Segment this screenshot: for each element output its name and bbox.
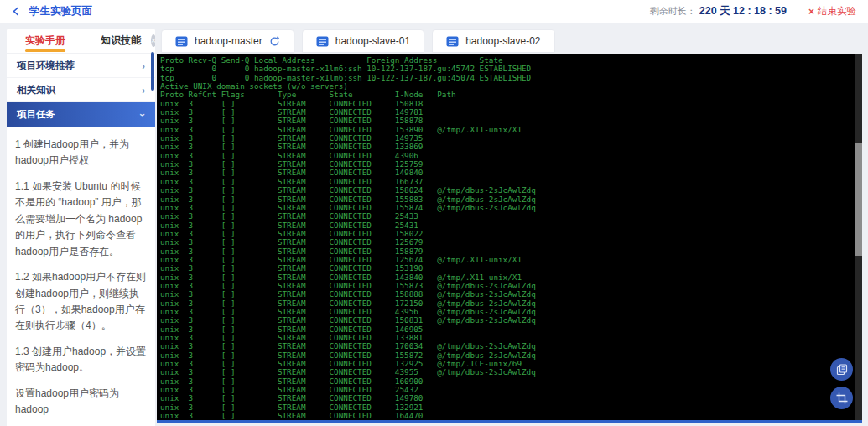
- terminal-tabs: hadoop-master hadoop-slave-01 hadoop-sla…: [161, 29, 555, 53]
- terminal-output: Proto Recv-Q Send-Q Local Address Foreig…: [157, 54, 862, 420]
- terminal-tab-label: hadoop-master: [195, 35, 262, 47]
- sidebar-tabs: 实验手册 知识技能 ×: [7, 29, 155, 54]
- section-project-tasks[interactable]: 项目任务 ›: [7, 102, 155, 127]
- task-paragraph: 1 创建Hadoop用户，并为hadoop用户授权: [15, 137, 147, 169]
- task-content: 1 创建Hadoop用户，并为hadoop用户授权 1.1 如果安装 Ubunt…: [7, 127, 155, 426]
- refresh-icon[interactable]: [269, 36, 280, 47]
- crop-icon: [836, 392, 848, 404]
- chevron-right-icon: ›: [142, 84, 145, 96]
- chevron-down-icon: ›: [138, 113, 149, 117]
- remaining-time-label: 剩余时长：: [650, 6, 696, 16]
- task-paragraph: 1.3 创建用户hadoop，并设置密码为hadoop。: [15, 344, 147, 377]
- chevron-right-icon: ›: [142, 60, 145, 71]
- floating-toolbar: [830, 358, 853, 409]
- task-paragraph: 1.2 如果hadoop用户不存在则创建hadoop用户，则继续执行（3），如果…: [15, 269, 147, 335]
- back-chevron-icon: [12, 7, 21, 16]
- terminal-tab-label: hadoop-slave-02: [465, 35, 540, 47]
- remaining-time-value: 220 天 12 : 18 : 59: [699, 5, 787, 17]
- section-label: 项目环境推荐: [17, 60, 75, 72]
- top-bar: 学生实验页面 剩余时长：220 天 12 : 18 : 59 × 结束实验: [0, 0, 868, 23]
- remaining-time: 剩余时长：220 天 12 : 18 : 59: [650, 4, 787, 18]
- tab-experiment-manual[interactable]: 实验手册: [15, 29, 75, 54]
- terminal-icon: [316, 36, 329, 47]
- terminal-scrollbar[interactable]: [855, 54, 862, 420]
- task-paragraph: 设置hadoop用户密码为 hadoop: [15, 386, 147, 418]
- terminal-tab-label: hadoop-slave-01: [335, 35, 410, 47]
- end-experiment-label: 结束实验: [818, 5, 856, 18]
- collapse-circle-icon[interactable]: ×: [151, 34, 155, 47]
- sidebar-scrollbar-thumb[interactable]: [151, 52, 154, 91]
- terminal-icon: [446, 36, 459, 47]
- terminal-scrollbar-thumb[interactable]: [855, 143, 862, 256]
- sidebar-panel: 实验手册 知识技能 × 项目环境推荐 › 相关知识 › 项目任务 › 1 创建H…: [7, 29, 155, 426]
- terminal-icon: [175, 36, 188, 47]
- back-button[interactable]: [12, 7, 21, 16]
- section-env-recommend[interactable]: 项目环境推荐 ›: [7, 54, 155, 78]
- clipboard-icon: [836, 364, 848, 376]
- section-label: 项目任务: [17, 108, 55, 121]
- section-related-knowledge[interactable]: 相关知识 ›: [7, 78, 155, 102]
- terminal-tab-hadoop-master[interactable]: hadoop-master: [161, 29, 294, 53]
- sidebar-accordion: 项目环境推荐 › 相关知识 › 项目任务 ›: [7, 54, 155, 127]
- clipboard-button[interactable]: [830, 358, 853, 381]
- close-x-icon: ×: [808, 6, 814, 18]
- terminal-tab-hadoop-slave-01[interactable]: hadoop-slave-01: [302, 29, 424, 53]
- task-paragraph: 1.1 如果安装 Ubuntu 的时候不是用的 “hadoop” 用户，那么需要…: [15, 179, 147, 260]
- terminal-tab-hadoop-slave-02[interactable]: hadoop-slave-02: [432, 29, 554, 53]
- terminal-window[interactable]: Proto Recv-Q Send-Q Local Address Foreig…: [157, 54, 862, 423]
- end-experiment-button[interactable]: × 结束实验: [808, 5, 856, 18]
- page-title: 学生实验页面: [29, 4, 92, 18]
- section-label: 相关知识: [17, 84, 55, 96]
- tab-knowledge-skills[interactable]: 知识技能: [91, 29, 151, 54]
- screenshot-crop-button[interactable]: [830, 387, 853, 409]
